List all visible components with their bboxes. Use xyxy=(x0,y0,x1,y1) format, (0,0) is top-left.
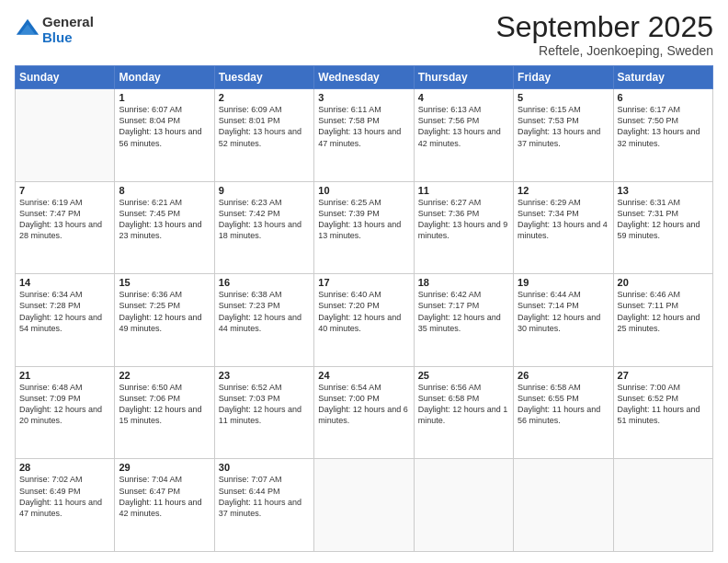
calendar-cell-w1-d5: 4Sunrise: 6:13 AMSunset: 7:56 PMDaylight… xyxy=(414,89,513,182)
calendar-cell-w2-d1: 7Sunrise: 6:19 AMSunset: 7:47 PMDaylight… xyxy=(16,181,115,274)
day-info: Sunrise: 6:46 AMSunset: 7:11 PMDaylight:… xyxy=(618,289,709,334)
calendar-cell-w2-d5: 11Sunrise: 6:27 AMSunset: 7:36 PMDayligh… xyxy=(414,181,513,274)
day-info: Sunrise: 6:17 AMSunset: 7:50 PMDaylight:… xyxy=(618,104,709,149)
calendar-week-1: 1Sunrise: 6:07 AMSunset: 8:04 PMDaylight… xyxy=(16,89,713,182)
calendar-cell-w2-d6: 12Sunrise: 6:29 AMSunset: 7:34 PMDayligh… xyxy=(514,181,613,274)
calendar-header-row: Sunday Monday Tuesday Wednesday Thursday… xyxy=(16,66,713,89)
day-number: 26 xyxy=(518,370,609,381)
day-info: Sunrise: 6:07 AMSunset: 8:04 PMDaylight:… xyxy=(119,104,210,149)
day-number: 6 xyxy=(618,92,709,103)
day-info: Sunrise: 6:09 AMSunset: 8:01 PMDaylight:… xyxy=(219,104,310,149)
day-number: 30 xyxy=(219,462,310,473)
day-info: Sunrise: 6:15 AMSunset: 7:53 PMDaylight:… xyxy=(518,104,609,149)
calendar-week-4: 21Sunrise: 6:48 AMSunset: 7:09 PMDayligh… xyxy=(16,366,713,459)
day-number: 16 xyxy=(219,277,310,288)
day-number: 23 xyxy=(219,370,310,381)
logo-text: General Blue xyxy=(42,15,94,45)
col-thursday: Thursday xyxy=(414,66,513,89)
day-number: 2 xyxy=(219,92,310,103)
day-info: Sunrise: 7:07 AMSunset: 6:44 PMDaylight:… xyxy=(219,474,310,519)
day-info: Sunrise: 6:13 AMSunset: 7:56 PMDaylight:… xyxy=(418,104,509,149)
day-info: Sunrise: 6:44 AMSunset: 7:14 PMDaylight:… xyxy=(518,289,609,334)
day-number: 5 xyxy=(518,92,609,103)
day-info: Sunrise: 6:48 AMSunset: 7:09 PMDaylight:… xyxy=(19,382,110,427)
day-info: Sunrise: 6:27 AMSunset: 7:36 PMDaylight:… xyxy=(418,197,509,242)
header: General Blue September 2025 Reftele, Joe… xyxy=(15,11,713,58)
calendar-week-5: 28Sunrise: 7:02 AMSunset: 6:49 PMDayligh… xyxy=(16,459,713,552)
calendar-cell-w2-d7: 13Sunrise: 6:31 AMSunset: 7:31 PMDayligh… xyxy=(613,181,712,274)
calendar-cell-w5-d3: 30Sunrise: 7:07 AMSunset: 6:44 PMDayligh… xyxy=(214,459,313,552)
calendar-cell-w3-d3: 16Sunrise: 6:38 AMSunset: 7:23 PMDayligh… xyxy=(214,274,313,367)
calendar-cell-w4-d1: 21Sunrise: 6:48 AMSunset: 7:09 PMDayligh… xyxy=(16,366,115,459)
day-info: Sunrise: 7:02 AMSunset: 6:49 PMDaylight:… xyxy=(19,474,110,519)
calendar-cell-w5-d6 xyxy=(514,459,613,552)
day-number: 17 xyxy=(318,277,409,288)
day-info: Sunrise: 6:38 AMSunset: 7:23 PMDaylight:… xyxy=(219,289,310,334)
day-number: 29 xyxy=(119,462,210,473)
day-number: 13 xyxy=(618,185,709,196)
day-number: 22 xyxy=(119,370,210,381)
calendar-table: Sunday Monday Tuesday Wednesday Thursday… xyxy=(15,65,713,552)
calendar-cell-w1-d4: 3Sunrise: 6:11 AMSunset: 7:58 PMDaylight… xyxy=(314,89,414,182)
calendar-cell-w3-d2: 15Sunrise: 6:36 AMSunset: 7:25 PMDayligh… xyxy=(115,274,214,367)
day-number: 12 xyxy=(518,185,609,196)
day-info: Sunrise: 6:58 AMSunset: 6:55 PMDaylight:… xyxy=(518,382,609,427)
day-info: Sunrise: 6:25 AMSunset: 7:39 PMDaylight:… xyxy=(318,197,409,242)
day-info: Sunrise: 7:04 AMSunset: 6:47 PMDaylight:… xyxy=(119,474,210,519)
col-wednesday: Wednesday xyxy=(314,66,414,89)
day-info: Sunrise: 6:36 AMSunset: 7:25 PMDaylight:… xyxy=(119,289,210,334)
logo-general-text: General xyxy=(42,15,94,30)
col-monday: Monday xyxy=(115,66,214,89)
calendar-cell-w4-d3: 23Sunrise: 6:52 AMSunset: 7:03 PMDayligh… xyxy=(214,366,313,459)
calendar-cell-w1-d2: 1Sunrise: 6:07 AMSunset: 8:04 PMDaylight… xyxy=(115,89,214,182)
calendar-cell-w3-d6: 19Sunrise: 6:44 AMSunset: 7:14 PMDayligh… xyxy=(514,274,613,367)
day-number: 21 xyxy=(19,370,110,381)
calendar-cell-w5-d5 xyxy=(414,459,513,552)
day-info: Sunrise: 6:21 AMSunset: 7:45 PMDaylight:… xyxy=(119,197,210,242)
calendar-cell-w4-d5: 25Sunrise: 6:56 AMSunset: 6:58 PMDayligh… xyxy=(414,366,513,459)
day-info: Sunrise: 6:52 AMSunset: 7:03 PMDaylight:… xyxy=(219,382,310,427)
day-number: 24 xyxy=(318,370,409,381)
calendar-cell-w1-d3: 2Sunrise: 6:09 AMSunset: 8:01 PMDaylight… xyxy=(214,89,313,182)
day-number: 14 xyxy=(19,277,110,288)
month-title: September 2025 xyxy=(495,11,713,43)
day-info: Sunrise: 6:19 AMSunset: 7:47 PMDaylight:… xyxy=(19,197,110,242)
calendar-cell-w5-d1: 28Sunrise: 7:02 AMSunset: 6:49 PMDayligh… xyxy=(16,459,115,552)
calendar-cell-w2-d4: 10Sunrise: 6:25 AMSunset: 7:39 PMDayligh… xyxy=(314,181,414,274)
day-number: 15 xyxy=(119,277,210,288)
calendar-cell-w3-d1: 14Sunrise: 6:34 AMSunset: 7:28 PMDayligh… xyxy=(16,274,115,367)
day-number: 18 xyxy=(418,277,509,288)
day-info: Sunrise: 6:40 AMSunset: 7:20 PMDaylight:… xyxy=(318,289,409,334)
day-number: 4 xyxy=(418,92,509,103)
calendar-cell-w4-d2: 22Sunrise: 6:50 AMSunset: 7:06 PMDayligh… xyxy=(115,366,214,459)
calendar-cell-w1-d1 xyxy=(16,89,115,182)
calendar-cell-w5-d4 xyxy=(314,459,414,552)
calendar-week-3: 14Sunrise: 6:34 AMSunset: 7:28 PMDayligh… xyxy=(16,274,713,367)
calendar-cell-w3-d7: 20Sunrise: 6:46 AMSunset: 7:11 PMDayligh… xyxy=(613,274,712,367)
calendar-cell-w2-d3: 9Sunrise: 6:23 AMSunset: 7:42 PMDaylight… xyxy=(214,181,313,274)
col-tuesday: Tuesday xyxy=(214,66,313,89)
calendar-cell-w1-d7: 6Sunrise: 6:17 AMSunset: 7:50 PMDaylight… xyxy=(613,89,712,182)
day-info: Sunrise: 6:29 AMSunset: 7:34 PMDaylight:… xyxy=(518,197,609,242)
calendar-cell-w5-d2: 29Sunrise: 7:04 AMSunset: 6:47 PMDayligh… xyxy=(115,459,214,552)
logo: General Blue xyxy=(15,15,94,45)
day-info: Sunrise: 6:31 AMSunset: 7:31 PMDaylight:… xyxy=(618,197,709,242)
calendar-week-2: 7Sunrise: 6:19 AMSunset: 7:47 PMDaylight… xyxy=(16,181,713,274)
col-friday: Friday xyxy=(514,66,613,89)
day-info: Sunrise: 6:54 AMSunset: 7:00 PMDaylight:… xyxy=(318,382,409,427)
day-number: 25 xyxy=(418,370,509,381)
calendar-cell-w5-d7 xyxy=(613,459,712,552)
day-number: 27 xyxy=(618,370,709,381)
calendar-cell-w1-d6: 5Sunrise: 6:15 AMSunset: 7:53 PMDaylight… xyxy=(514,89,613,182)
title-block: September 2025 Reftele, Joenkoeping, Swe… xyxy=(495,11,713,58)
col-saturday: Saturday xyxy=(613,66,712,89)
day-number: 7 xyxy=(19,185,110,196)
calendar-cell-w4-d7: 27Sunrise: 7:00 AMSunset: 6:52 PMDayligh… xyxy=(613,366,712,459)
day-info: Sunrise: 6:56 AMSunset: 6:58 PMDaylight:… xyxy=(418,382,509,427)
calendar-cell-w3-d5: 18Sunrise: 6:42 AMSunset: 7:17 PMDayligh… xyxy=(414,274,513,367)
day-number: 1 xyxy=(119,92,210,103)
day-info: Sunrise: 7:00 AMSunset: 6:52 PMDaylight:… xyxy=(618,382,709,427)
calendar-cell-w2-d2: 8Sunrise: 6:21 AMSunset: 7:45 PMDaylight… xyxy=(115,181,214,274)
calendar-cell-w3-d4: 17Sunrise: 6:40 AMSunset: 7:20 PMDayligh… xyxy=(314,274,414,367)
day-number: 3 xyxy=(318,92,409,103)
